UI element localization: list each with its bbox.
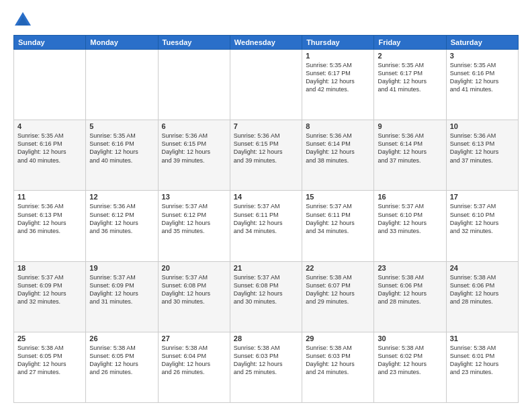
day-number: 18: [17, 264, 82, 272]
header: [13, 11, 519, 30]
day-number: 31: [450, 334, 515, 342]
cell-content: Sunrise: 5:37 AMSunset: 6:09 PMDaylight:…: [17, 273, 82, 306]
cell-content: Sunrise: 5:36 AMSunset: 6:13 PMDaylight:…: [17, 202, 82, 235]
day-number: 6: [162, 122, 226, 130]
cell-content: Sunrise: 5:36 AMSunset: 6:13 PMDaylight:…: [450, 132, 515, 165]
day-cell-5: 5Sunrise: 5:35 AMSunset: 6:16 PMDaylight…: [86, 120, 158, 191]
day-number: 13: [162, 193, 226, 201]
weekday-header-thursday: Thursday: [302, 36, 374, 50]
cell-content: Sunrise: 5:38 AMSunset: 6:03 PMDaylight:…: [306, 344, 370, 377]
cell-content: Sunrise: 5:38 AMSunset: 6:04 PMDaylight:…: [162, 344, 226, 377]
day-number: 2: [378, 52, 442, 60]
cell-content: Sunrise: 5:36 AMSunset: 6:15 PMDaylight:…: [162, 132, 226, 165]
empty-cell: [86, 50, 158, 120]
day-cell-25: 25Sunrise: 5:38 AMSunset: 6:05 PMDayligh…: [14, 332, 86, 402]
day-number: 1: [306, 52, 370, 60]
day-number: 12: [89, 193, 154, 201]
day-number: 26: [89, 334, 154, 342]
weekday-header-monday: Monday: [86, 36, 158, 50]
cell-content: Sunrise: 5:35 AMSunset: 6:17 PMDaylight:…: [378, 61, 442, 94]
cell-content: Sunrise: 5:38 AMSunset: 6:02 PMDaylight:…: [378, 344, 442, 377]
day-cell-13: 13Sunrise: 5:37 AMSunset: 6:12 PMDayligh…: [158, 191, 230, 261]
day-number: 19: [89, 264, 154, 272]
day-cell-18: 18Sunrise: 5:37 AMSunset: 6:09 PMDayligh…: [14, 261, 86, 332]
calendar-page: SundayMondayTuesdayWednesdayThursdayFrid…: [0, 0, 532, 411]
day-cell-8: 8Sunrise: 5:36 AMSunset: 6:14 PMDaylight…: [302, 120, 374, 191]
day-cell-15: 15Sunrise: 5:37 AMSunset: 6:11 PMDayligh…: [302, 191, 374, 261]
weekday-header-tuesday: Tuesday: [158, 36, 230, 50]
day-number: 23: [378, 264, 442, 272]
day-cell-10: 10Sunrise: 5:36 AMSunset: 6:13 PMDayligh…: [446, 120, 518, 191]
day-cell-12: 12Sunrise: 5:36 AMSunset: 6:12 PMDayligh…: [86, 191, 158, 261]
cell-content: Sunrise: 5:35 AMSunset: 6:16 PMDaylight:…: [17, 132, 82, 165]
day-cell-24: 24Sunrise: 5:38 AMSunset: 6:06 PMDayligh…: [446, 261, 518, 332]
day-cell-30: 30Sunrise: 5:38 AMSunset: 6:02 PMDayligh…: [374, 332, 446, 402]
day-number: 30: [378, 334, 442, 342]
cell-content: Sunrise: 5:38 AMSunset: 6:01 PMDaylight:…: [450, 344, 515, 377]
cell-content: Sunrise: 5:37 AMSunset: 6:12 PMDaylight:…: [162, 202, 226, 235]
day-cell-27: 27Sunrise: 5:38 AMSunset: 6:04 PMDayligh…: [158, 332, 230, 402]
weekday-header-row: SundayMondayTuesdayWednesdayThursdayFrid…: [14, 36, 519, 50]
day-number: 9: [378, 122, 442, 130]
day-cell-3: 3Sunrise: 5:35 AMSunset: 6:16 PMDaylight…: [446, 50, 518, 120]
week-row-5: 25Sunrise: 5:38 AMSunset: 6:05 PMDayligh…: [14, 332, 519, 402]
day-number: 11: [17, 193, 82, 201]
cell-content: Sunrise: 5:37 AMSunset: 6:10 PMDaylight:…: [378, 202, 442, 235]
cell-content: Sunrise: 5:35 AMSunset: 6:16 PMDaylight:…: [450, 61, 515, 94]
day-number: 8: [306, 122, 370, 130]
day-cell-28: 28Sunrise: 5:38 AMSunset: 6:03 PMDayligh…: [230, 332, 302, 402]
day-number: 29: [306, 334, 370, 342]
day-number: 15: [306, 193, 370, 201]
cell-content: Sunrise: 5:36 AMSunset: 6:14 PMDaylight:…: [378, 132, 442, 165]
calendar-table: SundayMondayTuesdayWednesdayThursdayFrid…: [13, 35, 519, 403]
day-number: 4: [17, 122, 82, 130]
cell-content: Sunrise: 5:37 AMSunset: 6:11 PMDaylight:…: [306, 202, 370, 235]
empty-cell: [158, 50, 230, 120]
day-cell-29: 29Sunrise: 5:38 AMSunset: 6:03 PMDayligh…: [302, 332, 374, 402]
day-number: 5: [89, 122, 154, 130]
cell-content: Sunrise: 5:35 AMSunset: 6:16 PMDaylight:…: [89, 132, 154, 165]
week-row-2: 4Sunrise: 5:35 AMSunset: 6:16 PMDaylight…: [14, 120, 519, 191]
weekday-header-friday: Friday: [374, 36, 446, 50]
day-number: 14: [234, 193, 298, 201]
cell-content: Sunrise: 5:37 AMSunset: 6:08 PMDaylight:…: [234, 273, 298, 306]
day-cell-9: 9Sunrise: 5:36 AMSunset: 6:14 PMDaylight…: [374, 120, 446, 191]
day-cell-2: 2Sunrise: 5:35 AMSunset: 6:17 PMDaylight…: [374, 50, 446, 120]
cell-content: Sunrise: 5:36 AMSunset: 6:12 PMDaylight:…: [89, 202, 154, 235]
cell-content: Sunrise: 5:36 AMSunset: 6:15 PMDaylight:…: [234, 132, 298, 165]
day-cell-31: 31Sunrise: 5:38 AMSunset: 6:01 PMDayligh…: [446, 332, 518, 402]
day-cell-17: 17Sunrise: 5:37 AMSunset: 6:10 PMDayligh…: [446, 191, 518, 261]
cell-content: Sunrise: 5:38 AMSunset: 6:05 PMDaylight:…: [17, 344, 82, 377]
weekday-header-saturday: Saturday: [446, 36, 518, 50]
weekday-header-wednesday: Wednesday: [230, 36, 302, 50]
cell-content: Sunrise: 5:37 AMSunset: 6:08 PMDaylight:…: [162, 273, 226, 306]
day-cell-7: 7Sunrise: 5:36 AMSunset: 6:15 PMDaylight…: [230, 120, 302, 191]
day-cell-19: 19Sunrise: 5:37 AMSunset: 6:09 PMDayligh…: [86, 261, 158, 332]
cell-content: Sunrise: 5:35 AMSunset: 6:17 PMDaylight:…: [306, 61, 370, 94]
cell-content: Sunrise: 5:36 AMSunset: 6:14 PMDaylight:…: [306, 132, 370, 165]
day-number: 17: [450, 193, 515, 201]
day-number: 21: [234, 264, 298, 272]
logo: [13, 11, 35, 30]
empty-cell: [14, 50, 86, 120]
week-row-4: 18Sunrise: 5:37 AMSunset: 6:09 PMDayligh…: [14, 261, 519, 332]
day-number: 24: [450, 264, 515, 272]
day-number: 16: [378, 193, 442, 201]
weekday-header-sunday: Sunday: [14, 36, 86, 50]
logo-icon: [13, 11, 32, 30]
day-number: 10: [450, 122, 515, 130]
day-cell-26: 26Sunrise: 5:38 AMSunset: 6:05 PMDayligh…: [86, 332, 158, 402]
empty-cell: [230, 50, 302, 120]
day-cell-4: 4Sunrise: 5:35 AMSunset: 6:16 PMDaylight…: [14, 120, 86, 191]
day-cell-20: 20Sunrise: 5:37 AMSunset: 6:08 PMDayligh…: [158, 261, 230, 332]
day-cell-1: 1Sunrise: 5:35 AMSunset: 6:17 PMDaylight…: [302, 50, 374, 120]
day-cell-22: 22Sunrise: 5:38 AMSunset: 6:07 PMDayligh…: [302, 261, 374, 332]
day-number: 22: [306, 264, 370, 272]
day-cell-21: 21Sunrise: 5:37 AMSunset: 6:08 PMDayligh…: [230, 261, 302, 332]
day-cell-11: 11Sunrise: 5:36 AMSunset: 6:13 PMDayligh…: [14, 191, 86, 261]
day-number: 28: [234, 334, 298, 342]
cell-content: Sunrise: 5:38 AMSunset: 6:03 PMDaylight:…: [234, 344, 298, 377]
cell-content: Sunrise: 5:38 AMSunset: 6:07 PMDaylight:…: [306, 273, 370, 306]
day-number: 20: [162, 264, 226, 272]
day-number: 27: [162, 334, 226, 342]
